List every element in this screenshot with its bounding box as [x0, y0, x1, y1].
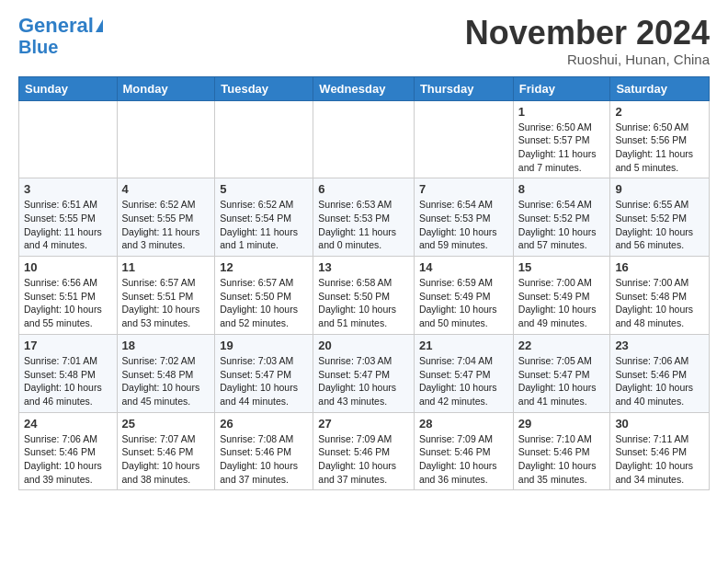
- day-info: Sunrise: 7:09 AMSunset: 5:46 PMDaylight:…: [419, 432, 508, 487]
- title-block: November 2024 Ruoshui, Hunan, China: [465, 15, 710, 67]
- day-info: Sunrise: 6:54 AMSunset: 5:53 PMDaylight:…: [419, 198, 508, 252]
- page: General Blue November 2024 Ruoshui, Huna…: [0, 0, 728, 505]
- day-info: Sunrise: 7:03 AMSunset: 5:47 PMDaylight:…: [318, 354, 409, 408]
- calendar-cell: 11Sunrise: 6:57 AMSunset: 5:51 PMDayligh…: [117, 257, 215, 335]
- calendar: SundayMondayTuesdayWednesdayThursdayFrid…: [18, 76, 710, 491]
- day-number: 16: [615, 260, 704, 274]
- day-info: Sunrise: 7:06 AMSunset: 5:46 PMDaylight:…: [615, 354, 704, 408]
- day-number: 25: [122, 417, 210, 431]
- day-info: Sunrise: 6:57 AMSunset: 5:50 PMDaylight:…: [220, 276, 308, 330]
- calendar-cell: 25Sunrise: 7:07 AMSunset: 5:46 PMDayligh…: [117, 412, 215, 490]
- calendar-cell: 6Sunrise: 6:53 AMSunset: 5:53 PMDaylight…: [313, 178, 415, 257]
- day-info: Sunrise: 7:08 AMSunset: 5:46 PMDaylight:…: [220, 432, 308, 487]
- day-info: Sunrise: 6:50 AMSunset: 5:57 PMDaylight:…: [518, 121, 606, 175]
- day-info: Sunrise: 6:58 AMSunset: 5:50 PMDaylight:…: [318, 276, 409, 330]
- day-number: 5: [220, 182, 308, 196]
- day-info: Sunrise: 7:00 AMSunset: 5:48 PMDaylight:…: [615, 276, 704, 330]
- day-number: 23: [615, 339, 704, 352]
- calendar-cell: 2Sunrise: 6:50 AMSunset: 5:56 PMDaylight…: [610, 100, 710, 178]
- calendar-cell: 18Sunrise: 7:02 AMSunset: 5:48 PMDayligh…: [117, 334, 215, 412]
- calendar-cell: 29Sunrise: 7:10 AMSunset: 5:46 PMDayligh…: [513, 412, 610, 490]
- logo: General Blue: [18, 15, 103, 57]
- day-info: Sunrise: 7:04 AMSunset: 5:47 PMDaylight:…: [419, 354, 508, 408]
- day-number: 19: [220, 339, 308, 352]
- day-number: 30: [615, 417, 704, 431]
- calendar-cell: 28Sunrise: 7:09 AMSunset: 5:46 PMDayligh…: [414, 412, 513, 490]
- day-info: Sunrise: 6:51 AMSunset: 5:55 PMDaylight:…: [24, 198, 112, 252]
- day-number: 22: [518, 339, 606, 352]
- day-number: 1: [518, 105, 606, 119]
- calendar-cell: [19, 100, 118, 178]
- day-number: 4: [122, 182, 210, 196]
- calendar-cell: 12Sunrise: 6:57 AMSunset: 5:50 PMDayligh…: [215, 257, 313, 335]
- calendar-cell: 14Sunrise: 6:59 AMSunset: 5:49 PMDayligh…: [414, 257, 513, 335]
- day-number: 12: [220, 260, 308, 274]
- day-info: Sunrise: 7:03 AMSunset: 5:47 PMDaylight:…: [220, 354, 308, 408]
- calendar-cell: 15Sunrise: 7:00 AMSunset: 5:49 PMDayligh…: [513, 257, 610, 335]
- day-number: 14: [419, 260, 508, 274]
- weekday-header: Friday: [513, 76, 610, 100]
- calendar-cell: 17Sunrise: 7:01 AMSunset: 5:48 PMDayligh…: [19, 334, 118, 412]
- day-info: Sunrise: 7:09 AMSunset: 5:46 PMDaylight:…: [318, 432, 409, 487]
- calendar-cell: 10Sunrise: 6:56 AMSunset: 5:51 PMDayligh…: [19, 257, 118, 335]
- calendar-cell: 4Sunrise: 6:52 AMSunset: 5:55 PMDaylight…: [117, 178, 215, 257]
- calendar-cell: 9Sunrise: 6:55 AMSunset: 5:52 PMDaylight…: [610, 178, 710, 257]
- day-info: Sunrise: 7:10 AMSunset: 5:46 PMDaylight:…: [518, 432, 606, 487]
- day-number: 13: [318, 260, 409, 274]
- calendar-cell: 22Sunrise: 7:05 AMSunset: 5:47 PMDayligh…: [513, 334, 610, 412]
- day-number: 11: [122, 260, 210, 274]
- day-number: 8: [518, 182, 606, 196]
- logo-line2: Blue: [18, 37, 58, 57]
- weekday-header: Monday: [117, 76, 215, 100]
- calendar-cell: 26Sunrise: 7:08 AMSunset: 5:46 PMDayligh…: [215, 412, 313, 490]
- day-number: 20: [318, 339, 409, 352]
- day-number: 18: [122, 339, 210, 352]
- day-info: Sunrise: 6:55 AMSunset: 5:52 PMDaylight:…: [615, 198, 704, 252]
- day-number: 15: [518, 260, 606, 274]
- calendar-cell: 19Sunrise: 7:03 AMSunset: 5:47 PMDayligh…: [215, 334, 313, 412]
- day-number: 7: [419, 182, 508, 196]
- day-number: 10: [24, 260, 112, 274]
- calendar-cell: [117, 100, 215, 178]
- calendar-cell: 3Sunrise: 6:51 AMSunset: 5:55 PMDaylight…: [19, 178, 118, 257]
- day-info: Sunrise: 6:52 AMSunset: 5:54 PMDaylight:…: [220, 198, 308, 252]
- day-number: 29: [518, 417, 606, 431]
- calendar-week-row: 10Sunrise: 6:56 AMSunset: 5:51 PMDayligh…: [19, 257, 710, 335]
- calendar-cell: 23Sunrise: 7:06 AMSunset: 5:46 PMDayligh…: [610, 334, 710, 412]
- day-info: Sunrise: 6:52 AMSunset: 5:55 PMDaylight:…: [122, 198, 210, 252]
- calendar-week-row: 3Sunrise: 6:51 AMSunset: 5:55 PMDaylight…: [19, 178, 710, 257]
- day-number: 3: [24, 182, 112, 196]
- calendar-cell: 27Sunrise: 7:09 AMSunset: 5:46 PMDayligh…: [313, 412, 415, 490]
- day-info: Sunrise: 7:05 AMSunset: 5:47 PMDaylight:…: [518, 354, 606, 408]
- calendar-cell: 24Sunrise: 7:06 AMSunset: 5:46 PMDayligh…: [19, 412, 118, 490]
- calendar-header-row: SundayMondayTuesdayWednesdayThursdayFrid…: [19, 76, 710, 100]
- calendar-cell: 7Sunrise: 6:54 AMSunset: 5:53 PMDaylight…: [414, 178, 513, 257]
- day-number: 2: [615, 105, 704, 119]
- day-info: Sunrise: 6:59 AMSunset: 5:49 PMDaylight:…: [419, 276, 508, 330]
- weekday-header: Tuesday: [215, 76, 313, 100]
- day-info: Sunrise: 6:57 AMSunset: 5:51 PMDaylight:…: [122, 276, 210, 330]
- calendar-cell: [313, 100, 415, 178]
- calendar-week-row: 24Sunrise: 7:06 AMSunset: 5:46 PMDayligh…: [19, 412, 710, 490]
- day-number: 9: [615, 182, 704, 196]
- logo-triangle-icon: [96, 19, 103, 32]
- day-info: Sunrise: 7:00 AMSunset: 5:49 PMDaylight:…: [518, 276, 606, 330]
- month-title: November 2024: [465, 15, 710, 52]
- day-number: 21: [419, 339, 508, 352]
- weekday-header: Wednesday: [313, 76, 415, 100]
- calendar-cell: 21Sunrise: 7:04 AMSunset: 5:47 PMDayligh…: [414, 334, 513, 412]
- day-number: 27: [318, 417, 409, 431]
- calendar-cell: [215, 100, 313, 178]
- day-info: Sunrise: 7:01 AMSunset: 5:48 PMDaylight:…: [24, 354, 112, 408]
- calendar-week-row: 1Sunrise: 6:50 AMSunset: 5:57 PMDaylight…: [19, 100, 710, 178]
- calendar-cell: 30Sunrise: 7:11 AMSunset: 5:46 PMDayligh…: [610, 412, 710, 490]
- location: Ruoshui, Hunan, China: [465, 52, 710, 67]
- weekday-header: Thursday: [414, 76, 513, 100]
- day-info: Sunrise: 7:11 AMSunset: 5:46 PMDaylight:…: [615, 432, 704, 487]
- calendar-cell: 13Sunrise: 6:58 AMSunset: 5:50 PMDayligh…: [313, 257, 415, 335]
- day-info: Sunrise: 7:06 AMSunset: 5:46 PMDaylight:…: [24, 432, 112, 487]
- day-info: Sunrise: 6:50 AMSunset: 5:56 PMDaylight:…: [615, 121, 704, 175]
- calendar-cell: 16Sunrise: 7:00 AMSunset: 5:48 PMDayligh…: [610, 257, 710, 335]
- day-info: Sunrise: 6:56 AMSunset: 5:51 PMDaylight:…: [24, 276, 112, 330]
- header: General Blue November 2024 Ruoshui, Huna…: [18, 15, 710, 67]
